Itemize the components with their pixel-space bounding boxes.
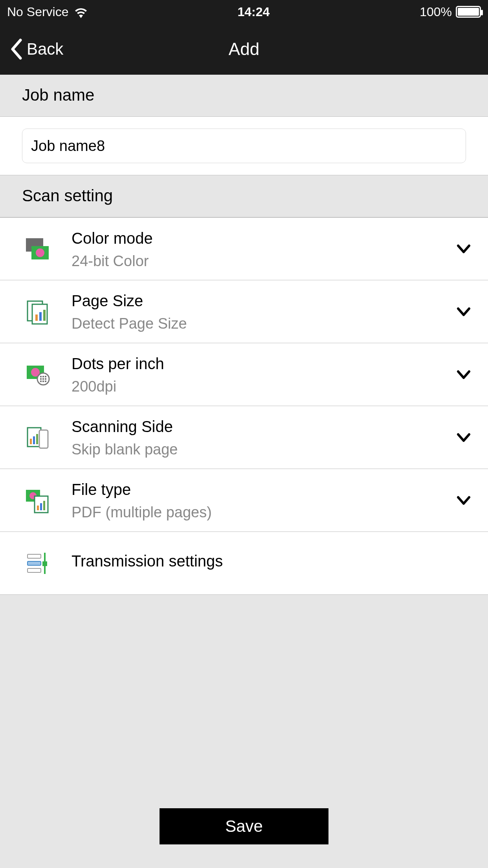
svg-rect-35: [42, 561, 47, 566]
svg-point-2: [36, 248, 44, 257]
wifi-icon: [74, 7, 88, 17]
setting-transmission[interactable]: Transmission settings: [0, 532, 488, 595]
transmission-icon: [20, 550, 55, 577]
setting-dpi[interactable]: Dots per inch 200dpi: [0, 343, 488, 406]
svg-rect-15: [42, 378, 44, 380]
svg-rect-32: [28, 561, 41, 565]
setting-value: Detect Page Size: [72, 315, 455, 332]
svg-rect-11: [40, 376, 42, 377]
save-button[interactable]: Save: [160, 808, 328, 844]
setting-file-type[interactable]: File type PDF (multiple pages): [0, 469, 488, 532]
scanning-side-icon: [20, 424, 55, 451]
svg-rect-7: [43, 310, 46, 321]
svg-rect-33: [28, 568, 41, 572]
setting-label: Transmission settings: [72, 551, 472, 571]
back-label: Back: [27, 40, 63, 59]
svg-rect-30: [43, 501, 45, 510]
setting-label: Color mode: [72, 228, 455, 248]
chevron-down-icon: [455, 429, 472, 446]
color-mode-icon: [20, 235, 55, 263]
chevron-down-icon: [455, 366, 472, 383]
svg-rect-29: [40, 503, 42, 510]
svg-rect-31: [28, 554, 41, 558]
page-title: Add: [0, 39, 488, 59]
setting-page-size[interactable]: Page Size Detect Page Size: [0, 280, 488, 343]
svg-rect-19: [45, 381, 46, 382]
svg-rect-22: [33, 436, 35, 444]
svg-rect-23: [36, 434, 38, 444]
svg-rect-6: [39, 312, 42, 321]
svg-rect-18: [42, 381, 44, 382]
setting-value: Skip blank page: [72, 441, 455, 458]
setting-value: PDF (multiple pages): [72, 504, 455, 521]
chevron-down-icon: [455, 492, 472, 509]
section-header-scan-setting: Scan setting: [0, 175, 488, 217]
svg-rect-24: [39, 430, 48, 448]
chevron-down-icon: [455, 303, 472, 320]
back-button[interactable]: Back: [0, 39, 63, 60]
job-name-row: [0, 117, 488, 175]
chevron-down-icon: [455, 240, 472, 257]
status-bar: No Service 14:24 100%: [0, 0, 488, 24]
setting-value: 200dpi: [72, 378, 455, 395]
svg-rect-12: [42, 376, 44, 377]
clock-text: 14:24: [88, 5, 420, 19]
svg-rect-28: [37, 506, 39, 510]
svg-rect-16: [45, 378, 46, 380]
svg-rect-14: [40, 378, 42, 380]
svg-rect-17: [40, 381, 42, 382]
setting-scanning-side[interactable]: Scanning Side Skip blank page: [0, 406, 488, 469]
job-name-input[interactable]: [22, 129, 466, 163]
svg-rect-13: [45, 376, 46, 377]
svg-rect-21: [30, 439, 32, 444]
file-type-icon: [20, 487, 55, 514]
page-size-icon: [20, 298, 55, 326]
setting-label: File type: [72, 480, 455, 499]
chevron-left-icon: [9, 39, 24, 60]
battery-text: 100%: [420, 5, 452, 19]
carrier-text: No Service: [7, 5, 69, 19]
setting-color-mode[interactable]: Color mode 24-bit Color: [0, 217, 488, 280]
section-header-job-name: Job name: [0, 75, 488, 117]
battery-icon: [456, 6, 481, 18]
dpi-icon: [20, 361, 55, 388]
nav-bar: Back Add: [0, 24, 488, 75]
setting-value: 24-bit Color: [72, 253, 455, 270]
svg-rect-5: [35, 314, 38, 321]
setting-label: Scanning Side: [72, 417, 455, 436]
setting-label: Page Size: [72, 291, 455, 311]
setting-label: Dots per inch: [72, 354, 455, 373]
